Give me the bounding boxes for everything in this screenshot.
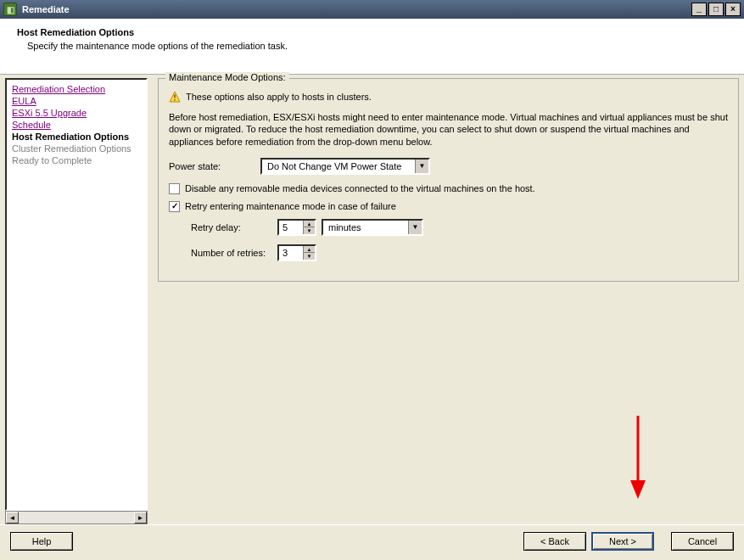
next-button[interactable]: Next >	[591, 532, 654, 551]
step-ready-to-complete: Ready to Complete	[10, 154, 143, 166]
svg-marker-4	[630, 480, 646, 499]
sidebar-hscrollbar[interactable]: ◄ ►	[5, 511, 148, 524]
main-panel: Maintenance Mode Options: These options …	[158, 78, 739, 524]
dropdown-arrow-icon[interactable]: ▼	[415, 160, 428, 173]
maintenance-mode-groupbox: Maintenance Mode Options: These options …	[158, 78, 739, 282]
help-button[interactable]: Help	[10, 532, 73, 551]
power-state-value: Do Not Change VM Power State	[262, 160, 415, 173]
spinner-up-icon[interactable]: ▲	[304, 221, 315, 228]
back-button[interactable]: < Back	[523, 532, 586, 551]
retry-label: Retry entering maintenance mode in case …	[185, 201, 396, 211]
wizard-footer: Help < Back Next > Cancel	[0, 524, 744, 557]
titlebar: ◧ Remediate _ □ ×	[0, 0, 744, 19]
retry-checkbox[interactable]	[169, 201, 180, 212]
step-remediation-selection[interactable]: Remediation Selection	[10, 83, 143, 95]
svg-rect-1	[174, 95, 175, 98]
retry-delay-unit-value: minutes	[323, 221, 408, 234]
dropdown-arrow-icon[interactable]: ▼	[408, 221, 422, 234]
minimize-button[interactable]: _	[691, 3, 707, 16]
step-esxi-upgrade[interactable]: ESXi 5.5 Upgrade	[10, 107, 143, 119]
close-button[interactable]: ×	[725, 3, 741, 16]
svg-rect-2	[174, 99, 175, 101]
retry-delay-spinner[interactable]: 5 ▲ ▼	[277, 219, 316, 236]
cancel-button[interactable]: Cancel	[671, 532, 734, 551]
spinner-down-icon[interactable]: ▼	[304, 227, 315, 234]
spinner-down-icon[interactable]: ▼	[304, 253, 315, 260]
retry-delay-unit-dropdown[interactable]: minutes ▼	[322, 219, 423, 236]
info-text: Before host remediation, ESX/ESXi hosts …	[167, 111, 730, 148]
spinner-up-icon[interactable]: ▲	[304, 246, 315, 254]
annotation-arrow-icon	[628, 416, 648, 501]
disable-media-label: Disable any removable media devices conn…	[185, 183, 535, 193]
window-title: Remediate	[22, 4, 690, 14]
retry-delay-value: 5	[279, 221, 303, 234]
retry-delay-label: Retry delay:	[167, 222, 277, 232]
step-cluster-remediation-options: Cluster Remediation Options	[10, 143, 143, 154]
page-subtitle: Specify the maintenance mode options of …	[17, 41, 741, 51]
cluster-note-text: These options also apply to hosts in clu…	[186, 92, 372, 102]
power-state-label: Power state:	[167, 161, 260, 171]
num-retries-spinner[interactable]: 3 ▲ ▼	[277, 244, 316, 261]
scroll-right-arrow-icon[interactable]: ►	[134, 512, 147, 524]
step-schedule[interactable]: Schedule	[10, 119, 143, 131]
page-title: Host Remediation Options	[17, 27, 741, 37]
wizard-steps-sidebar: Remediation Selection EULA ESXi 5.5 Upgr…	[5, 78, 148, 524]
num-retries-label: Number of retries:	[167, 248, 277, 258]
groupbox-legend: Maintenance Mode Options:	[165, 72, 289, 82]
wizard-header: Host Remediation Options Specify the mai…	[0, 19, 744, 75]
step-host-remediation-options: Host Remediation Options	[10, 131, 143, 143]
power-state-dropdown[interactable]: Do Not Change VM Power State ▼	[260, 158, 430, 175]
maximize-button[interactable]: □	[708, 3, 724, 16]
app-icon: ◧	[3, 3, 17, 16]
scroll-left-arrow-icon[interactable]: ◄	[6, 512, 19, 524]
warning-icon	[169, 91, 181, 103]
num-retries-value: 3	[279, 246, 303, 260]
step-eula[interactable]: EULA	[10, 95, 143, 107]
disable-media-checkbox[interactable]	[169, 183, 180, 194]
